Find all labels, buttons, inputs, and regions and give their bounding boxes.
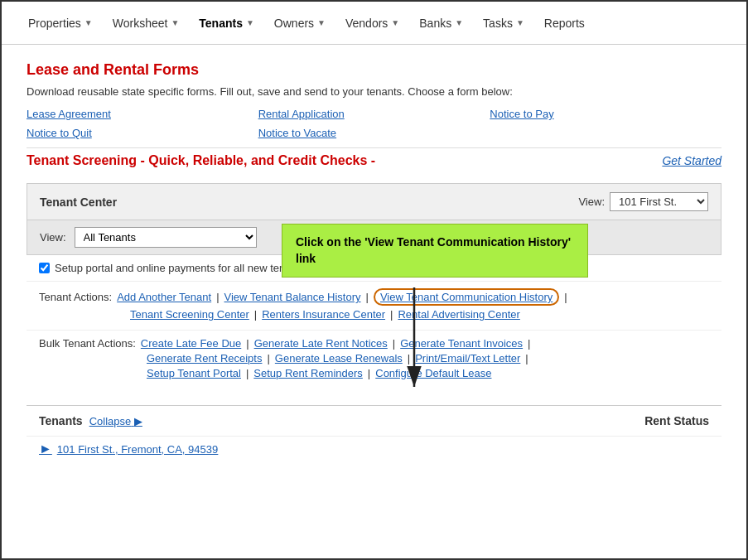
nav-properties-arrow: ▼: [84, 18, 93, 27]
tenant-row[interactable]: ► 101 First St., Fremont, CA, 94539: [27, 436, 721, 461]
nav-reports[interactable]: Reports: [534, 2, 595, 45]
nav-tenants-arrow: ▼: [246, 18, 254, 27]
bulk-actions-row3: Setup Tenant Portal | Setup Rent Reminde…: [39, 367, 709, 379]
forms-grid: Lease Agreement Rental Application Notic…: [27, 108, 721, 139]
tooltip-box: Click on the 'View Tenant Communication …: [282, 224, 588, 278]
nav-vendors-arrow: ▼: [391, 18, 399, 27]
tenant-actions-row: Tenant Actions: Add Another Tenant | Vie…: [39, 288, 709, 306]
lease-section-title: Lease and Rental Forms: [27, 61, 721, 79]
view-label-left: View:: [40, 231, 66, 244]
nav-bar: Properties ▼ Worksheet ▼ Tenants ▼ Owner…: [2, 2, 746, 45]
tenant-center-title: Tenant Center: [40, 196, 117, 209]
nav-tasks[interactable]: Tasks ▼: [473, 2, 534, 45]
bulk-actions-row2: Generate Rent Receipts | Generate Lease …: [39, 352, 709, 364]
link-notice-to-pay[interactable]: Notice to Pay: [490, 108, 721, 120]
link-create-late-fee[interactable]: Create Late Fee Due: [141, 337, 241, 350]
nav-tenants[interactable]: Tenants ▼: [189, 2, 264, 45]
rent-status-label: Rent Status: [644, 414, 709, 427]
nav-worksheet-arrow: ▼: [171, 18, 179, 27]
bulk-actions-section: Bulk Tenant Actions: Create Late Fee Due…: [27, 330, 721, 389]
link-renters-insurance[interactable]: Renters Insurance Center: [262, 308, 385, 321]
nav-vendors[interactable]: Vendors ▼: [335, 2, 409, 45]
tenant-address-link[interactable]: 101 First St., Fremont, CA, 94539: [57, 443, 218, 456]
lease-section-desc: Download reusable state specific forms. …: [27, 85, 721, 98]
link-notice-to-quit[interactable]: Notice to Quit: [27, 127, 258, 139]
tenants-label: Tenants: [39, 414, 83, 427]
nav-banks[interactable]: Banks ▼: [409, 2, 473, 45]
link-balance-history[interactable]: View Tenant Balance History: [224, 291, 361, 303]
nav-worksheet[interactable]: Worksheet ▼: [103, 2, 190, 45]
bulk-actions-label: Bulk Tenant Actions:: [39, 337, 136, 350]
tenant-actions-row2: Tenant Screening Center | Renters Insura…: [39, 308, 709, 321]
screening-title: Tenant Screening - Quick, Reliable, and …: [27, 153, 375, 168]
screening-section: Tenant Screening - Quick, Reliable, and …: [27, 147, 721, 173]
link-late-rent-notices[interactable]: Generate Late Rent Notices: [254, 337, 388, 350]
link-lease-agreement[interactable]: Lease Agreement: [27, 108, 258, 120]
main-content: Lease and Rental Forms Download reusable…: [2, 45, 746, 478]
collapse-link[interactable]: Collapse ▶: [89, 415, 142, 427]
tenant-bullet: ►: [39, 442, 52, 456]
nav-tasks-arrow: ▼: [516, 18, 524, 27]
link-communication-history[interactable]: View Tenant Communication History: [374, 288, 559, 306]
setup-portal-checkbox[interactable]: [39, 263, 50, 273]
nav-banks-arrow: ▼: [455, 18, 463, 27]
link-add-tenant[interactable]: Add Another Tenant: [117, 291, 211, 303]
view-select-left[interactable]: All Tenants: [75, 227, 257, 248]
link-notice-to-vacate[interactable]: Notice to Vacate: [258, 127, 490, 139]
nav-owners[interactable]: Owners ▼: [264, 2, 335, 45]
tooltip-arrow: [406, 287, 456, 403]
view-select-right[interactable]: 101 First St.: [610, 192, 708, 211]
link-rent-receipts[interactable]: Generate Rent Receipts: [147, 352, 262, 364]
tenant-actions-section: Tenant Actions: Add Another Tenant | Vie…: [27, 281, 721, 330]
screening-get-started-link[interactable]: Get Started: [662, 154, 721, 167]
nav-owners-arrow: ▼: [317, 18, 326, 27]
setup-portal-label: Setup portal and online payments for all…: [55, 262, 306, 274]
link-rent-reminders[interactable]: Setup Rent Reminders: [253, 367, 363, 379]
link-rental-application[interactable]: Rental Application: [258, 108, 490, 120]
tenant-center-view: View: 101 First St.: [578, 192, 708, 211]
view-label-right: View:: [578, 196, 605, 208]
page-wrapper: Properties ▼ Worksheet ▼ Tenants ▼ Owner…: [0, 0, 748, 560]
bulk-actions-row1: Bulk Tenant Actions: Create Late Fee Due…: [39, 337, 709, 350]
tenant-actions-label: Tenant Actions:: [39, 291, 112, 303]
link-lease-renewals[interactable]: Generate Lease Renewals: [275, 352, 403, 364]
link-screening-center[interactable]: Tenant Screening Center: [130, 308, 249, 321]
tenants-footer: Tenants Collapse ▶ Rent Status: [27, 405, 721, 436]
link-setup-portal[interactable]: Setup Tenant Portal: [147, 367, 241, 379]
tenant-center-bar: Tenant Center View: 101 First St.: [27, 183, 721, 220]
nav-properties[interactable]: Properties ▼: [18, 2, 103, 45]
